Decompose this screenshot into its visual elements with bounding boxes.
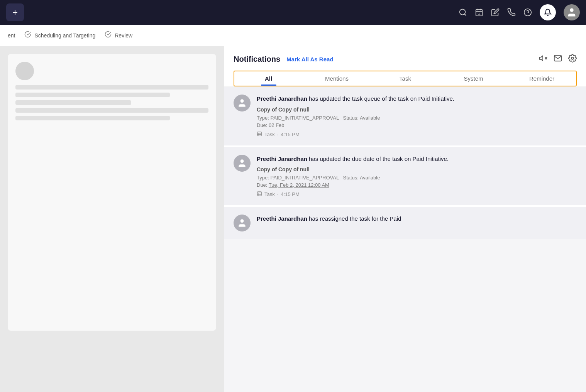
breadcrumb-item-review[interactable]: Review (105, 31, 132, 40)
notif-category-1: Task (264, 132, 275, 137)
edit-icon[interactable] (491, 8, 500, 17)
notification-item-2[interactable]: Preethi Janardhan has updated the due da… (224, 147, 586, 207)
notif-body-3: Preethi Janardhan has reassigned the tas… (257, 215, 577, 231)
svg-text:01: 01 (478, 12, 481, 15)
mark-all-read-button[interactable]: Mark All As Read (286, 56, 333, 63)
notif-due-1: Due: 02 Feb (257, 122, 577, 128)
breadcrumb-review-label: Review (115, 32, 132, 39)
mock-avatar (15, 62, 34, 80)
svg-line-1 (464, 14, 466, 15)
phone-icon[interactable] (507, 8, 516, 17)
breadcrumb-item-scheduling[interactable]: Scheduling and Targeting (24, 31, 95, 40)
task-icon-2 (257, 191, 262, 198)
notif-subtitle-1: Copy of Copy of null (257, 106, 577, 113)
svg-point-19 (240, 159, 244, 163)
notif-time-2: 4:15 PM (281, 191, 299, 197)
email-icon[interactable] (554, 54, 562, 64)
check-icon-scheduling (24, 31, 31, 40)
notif-avatar-1 (234, 95, 251, 112)
svg-rect-15 (257, 132, 262, 136)
notif-body-1: Preethi Janardhan has updated the task q… (257, 95, 577, 138)
task-icon-1 (257, 131, 262, 138)
bell-icon[interactable] (540, 4, 556, 20)
mute-icon[interactable] (539, 54, 547, 64)
notification-item-1[interactable]: Preethi Janardhan has updated the task q… (224, 87, 586, 147)
check-icon-review (105, 31, 112, 40)
notif-body-2: Preethi Janardhan has updated the due da… (257, 155, 577, 198)
notif-due-2: Due: Tue, Feb 2, 2021 12:00 AM (257, 182, 577, 188)
settings-icon[interactable] (568, 54, 577, 64)
breadcrumb-item-content[interactable]: ent (8, 32, 15, 39)
tab-all[interactable]: All (234, 71, 303, 86)
notif-title-left: Notifications Mark All As Read (234, 55, 334, 64)
svg-point-14 (240, 99, 244, 103)
notifications-tabs: All Mentions Task System Reminder (234, 71, 577, 86)
svg-marker-10 (540, 56, 543, 61)
breadcrumb-scheduling-label: Scheduling and Targeting (34, 32, 95, 39)
svg-point-9 (570, 8, 573, 12)
add-button[interactable]: + (6, 3, 24, 21)
notif-text-1: Preethi Janardhan has updated the task q… (257, 95, 577, 103)
notif-title-row: Notifications Mark All As Read (234, 54, 577, 64)
mock-line-5 (15, 116, 170, 120)
breadcrumb-content-label: ent (8, 32, 15, 39)
notif-footer-2: Task · 4:15 PM (257, 191, 577, 198)
tab-reminder[interactable]: Reminder (508, 71, 576, 86)
breadcrumb-bar: ent Scheduling and Targeting Review (0, 25, 586, 46)
notif-text-2: Preethi Janardhan has updated the due da… (257, 155, 577, 164)
svg-point-0 (460, 9, 466, 15)
svg-point-13 (571, 57, 574, 59)
notifications-list: Preethi Janardhan has updated the task q… (224, 87, 586, 392)
notif-footer-1: Task · 4:15 PM (257, 131, 577, 138)
mock-line-1 (15, 85, 208, 90)
mock-line-2 (15, 93, 170, 97)
tab-task[interactable]: Task (371, 71, 439, 86)
tab-system[interactable]: System (439, 71, 508, 86)
notifications-panel: Notifications Mark All As Read (224, 46, 586, 392)
main-content: Notifications Mark All As Read (0, 46, 586, 392)
notif-subtitle-2: Copy of Copy of null (257, 166, 577, 172)
calendar-icon[interactable]: 01 (475, 8, 483, 17)
notif-meta-1: Type: PAID_INITIATIVE_APPROVAL Status: A… (257, 115, 577, 121)
top-nav: + 01 (0, 0, 586, 25)
notifications-title: Notifications (234, 55, 280, 64)
notif-avatar-3 (234, 215, 251, 231)
svg-rect-20 (257, 192, 262, 196)
notification-item-3[interactable]: Preethi Janardhan has reassigned the tas… (224, 207, 586, 239)
search-icon[interactable] (459, 8, 467, 17)
avatar[interactable] (564, 4, 580, 20)
help-icon[interactable] (523, 8, 532, 17)
notif-meta-2: Type: PAID_INITIATIVE_APPROVAL Status: A… (257, 175, 577, 181)
notifications-header: Notifications Mark All As Read (224, 46, 586, 87)
tab-mentions[interactable]: Mentions (303, 71, 371, 86)
left-panel (0, 46, 224, 392)
top-nav-icons: 01 (459, 4, 580, 20)
mock-line-3 (15, 100, 131, 105)
notif-time-1: 4:15 PM (281, 132, 299, 137)
notif-text-3: Preethi Janardhan has reassigned the tas… (257, 215, 577, 223)
notif-header-icons (539, 54, 577, 64)
notif-avatar-2 (234, 155, 251, 172)
svg-point-24 (240, 219, 244, 223)
notif-category-2: Task (264, 191, 275, 197)
top-nav-left: + (6, 3, 24, 21)
mock-line-4 (15, 108, 208, 113)
left-panel-inner (8, 54, 216, 331)
